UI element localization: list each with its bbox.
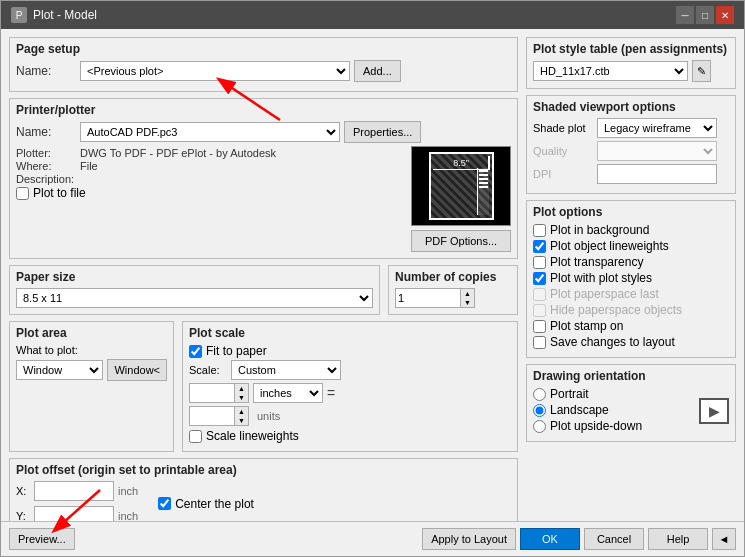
plot-transparency-label: Plot transparency xyxy=(550,255,643,269)
edit-icon: ✎ xyxy=(697,65,706,78)
landscape-arrow-icon: ▶ xyxy=(709,403,720,419)
plot-scale-label: Plot scale xyxy=(189,326,511,340)
where-label: Where: xyxy=(16,160,76,172)
quality-label: Quality xyxy=(533,145,593,157)
dialog-body: Page setup Name: <Previous plot> Add... … xyxy=(1,29,744,521)
save-changes-checkbox[interactable] xyxy=(533,336,546,349)
x-unit: inch xyxy=(118,485,138,497)
copies-spinner[interactable]: 1 ▲ ▼ xyxy=(395,288,475,308)
plot-dialog: P Plot - Model ─ □ ✕ Page setup Name: <P… xyxy=(0,0,745,557)
y-label: Y: xyxy=(16,510,30,521)
landscape-radio[interactable] xyxy=(533,404,546,417)
plot-options-label: Plot options xyxy=(533,205,729,219)
hide-paperspace-label: Hide paperspace objects xyxy=(550,303,682,317)
center-plot-checkbox[interactable] xyxy=(158,497,171,510)
plot-style-select[interactable]: HD_11x17.ctb xyxy=(533,61,688,81)
plot-background-checkbox[interactable] xyxy=(533,224,546,237)
scale-v2-up[interactable]: ▲ xyxy=(235,407,248,416)
name-label: Name: xyxy=(16,64,76,78)
fit-to-paper-checkbox[interactable] xyxy=(189,345,202,358)
page-setup-select[interactable]: <Previous plot> xyxy=(80,61,350,81)
paper-size-section: Paper size 8.5 x 11 xyxy=(9,265,380,315)
plot-paperspace-checkbox xyxy=(533,288,546,301)
portrait-radio[interactable] xyxy=(533,388,546,401)
minimize-button[interactable]: ─ xyxy=(676,6,694,24)
x-input[interactable]: 0.000000 xyxy=(34,481,114,501)
window-button[interactable]: Window< xyxy=(107,359,167,381)
portrait-label: Portrait xyxy=(550,387,589,401)
plotter-value: DWG To PDF - PDF ePlot - by Autodesk xyxy=(80,147,276,159)
y-unit: inch xyxy=(118,510,138,521)
plot-paperspace-label: Plot paperspace last xyxy=(550,287,659,301)
orientation-icon: ▶ xyxy=(699,398,729,424)
plot-background-label: Plot in background xyxy=(550,223,649,237)
save-changes-label: Save changes to layout xyxy=(550,335,675,349)
plot-lineweights-checkbox[interactable] xyxy=(533,240,546,253)
plot-styles-checkbox[interactable] xyxy=(533,272,546,285)
paper-size-select[interactable]: 8.5 x 11 xyxy=(16,288,373,308)
what-to-plot-label: What to plot: xyxy=(16,344,167,356)
add-button[interactable]: Add... xyxy=(354,60,401,82)
app-icon: P xyxy=(11,7,27,23)
printer-plotter-section: Printer/plotter Name: AutoCAD PDF.pc3 Pr… xyxy=(9,98,518,259)
copies-down-button[interactable]: ▼ xyxy=(461,298,474,307)
y-input[interactable]: 0.402679 xyxy=(34,506,114,521)
preview-dimension-text: 8.5" xyxy=(453,158,469,168)
scale-value1-input[interactable]: 1 xyxy=(190,384,234,402)
hide-paperspace-checkbox xyxy=(533,304,546,317)
plot-stamp-checkbox[interactable] xyxy=(533,320,546,333)
plot-transparency-checkbox[interactable] xyxy=(533,256,546,269)
help-button[interactable]: Help xyxy=(648,528,708,550)
page-setup-label: Page setup xyxy=(16,42,511,56)
shaded-viewport-label: Shaded viewport options xyxy=(533,100,729,114)
plot-styles-label: Plot with plot styles xyxy=(550,271,652,285)
left-panel: Page setup Name: <Previous plot> Add... … xyxy=(9,37,518,513)
plot-style-table-section: Plot style table (pen assignments) HD_11… xyxy=(526,37,736,89)
plot-stamp-label: Plot stamp on xyxy=(550,319,623,333)
scale-select[interactable]: Custom xyxy=(231,360,341,380)
preview-button[interactable]: Preview... xyxy=(9,528,75,550)
plot-to-file-checkbox[interactable] xyxy=(16,187,29,200)
printer-plotter-label: Printer/plotter xyxy=(16,103,511,117)
copies-input[interactable]: 1 xyxy=(396,289,460,307)
scale-value2-spinner[interactable]: 9.234 ▲ ▼ xyxy=(189,406,249,426)
scale-lineweights-checkbox[interactable] xyxy=(189,430,202,443)
units2-label: units xyxy=(257,410,280,422)
scale-value2-input[interactable]: 9.234 xyxy=(190,407,234,425)
plot-scale-section: Plot scale Fit to paper Scale: Custom 1 xyxy=(182,321,518,452)
properties-button[interactable]: Properties... xyxy=(344,121,421,143)
what-to-plot-select[interactable]: Window xyxy=(16,360,103,380)
close-button[interactable]: ✕ xyxy=(716,6,734,24)
edit-style-button[interactable]: ✎ xyxy=(692,60,711,82)
shade-select[interactable]: Legacy wireframe xyxy=(597,118,717,138)
scale-lineweights-label: Scale lineweights xyxy=(206,429,299,443)
scale-value1-spinner[interactable]: 1 ▲ ▼ xyxy=(189,383,249,403)
scale-v1-up[interactable]: ▲ xyxy=(235,384,248,393)
copies-label: Number of copies xyxy=(395,270,511,284)
ok-button[interactable]: OK xyxy=(520,528,580,550)
drawing-orientation-section: Drawing orientation Portrait Landscape xyxy=(526,364,736,442)
back-button[interactable]: ◄ xyxy=(712,528,736,550)
shade-label: Shade plot xyxy=(533,122,593,134)
title-bar: P Plot - Model ─ □ ✕ xyxy=(1,1,744,29)
scale-v2-down[interactable]: ▼ xyxy=(235,416,248,425)
upside-down-radio[interactable] xyxy=(533,420,546,433)
scale-v1-down[interactable]: ▼ xyxy=(235,393,248,402)
paper-size-label: Paper size xyxy=(16,270,373,284)
pdf-options-button[interactable]: PDF Options... xyxy=(411,230,511,252)
dpi-input xyxy=(597,164,717,184)
plot-area-section: Plot area What to plot: Window Window< xyxy=(9,321,174,452)
apply-to-layout-button[interactable]: Apply to Layout xyxy=(422,528,516,550)
units-select[interactable]: inches xyxy=(253,383,323,403)
dpi-label: DPI xyxy=(533,168,593,180)
right-panel: Plot style table (pen assignments) HD_11… xyxy=(526,37,736,513)
bottom-bar: Preview... Apply to Layout OK Cancel Hel… xyxy=(1,521,744,556)
plot-lineweights-label: Plot object lineweights xyxy=(550,239,669,253)
printer-select[interactable]: AutoCAD PDF.pc3 xyxy=(80,122,340,142)
plot-preview: 8.5" xyxy=(411,146,511,226)
scale-label: Scale: xyxy=(189,364,227,376)
plot-offset-section: Plot offset (origin set to printable are… xyxy=(9,458,518,521)
maximize-button[interactable]: □ xyxy=(696,6,714,24)
copies-up-button[interactable]: ▲ xyxy=(461,289,474,298)
cancel-button[interactable]: Cancel xyxy=(584,528,644,550)
